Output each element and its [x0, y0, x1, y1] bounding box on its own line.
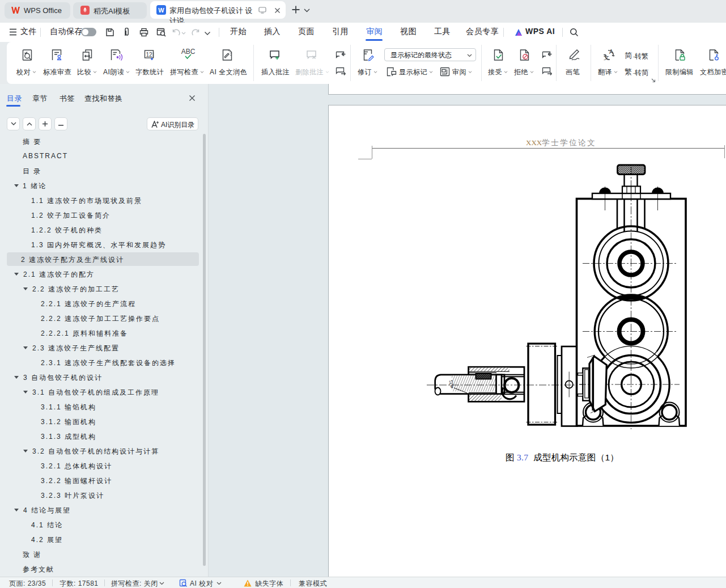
- svg-text:12: 12: [146, 52, 152, 58]
- svg-text:ABC: ABC: [181, 48, 196, 56]
- svg-text:W: W: [158, 7, 164, 14]
- svg-text:ø25: ø25: [448, 380, 454, 388]
